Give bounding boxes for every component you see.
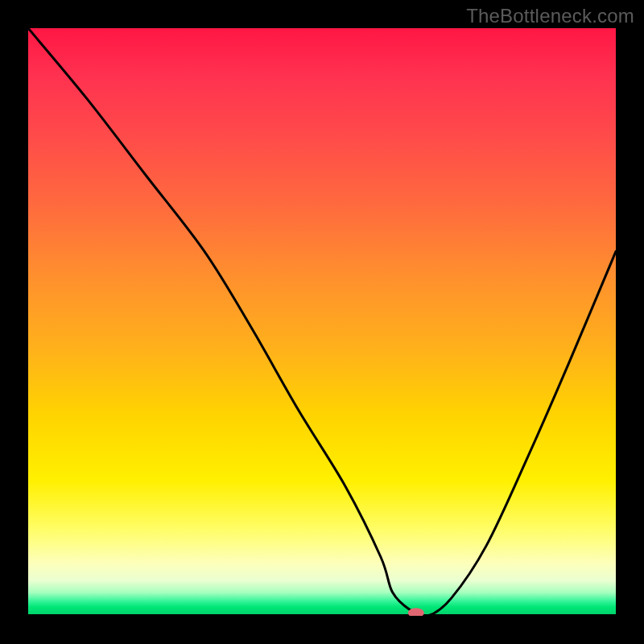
watermark-text: TheBottleneck.com xyxy=(466,5,634,27)
bottleneck-chart: TheBottleneck.com xyxy=(0,0,644,644)
curve-layer xyxy=(28,28,616,616)
plot-area xyxy=(28,28,616,616)
bottleneck-curve xyxy=(28,28,616,616)
